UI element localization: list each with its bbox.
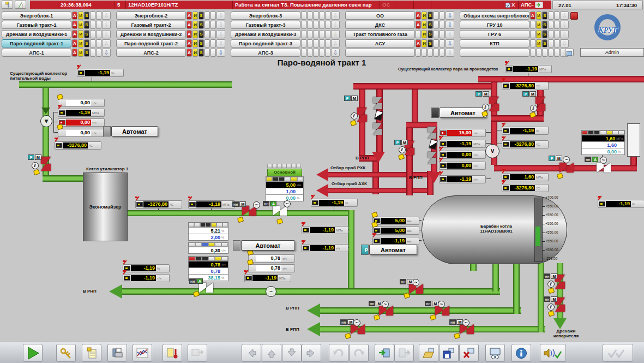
nav-dks[interactable]: ДКС (345, 21, 415, 29)
nav-drop-button[interactable]: ⇩ (560, 30, 569, 38)
info-button[interactable] (511, 344, 531, 362)
nav-ktp[interactable]: КТП (460, 39, 529, 47)
delete-button[interactable] (459, 344, 479, 362)
nav-drop-button[interactable]: ⇩ (102, 39, 111, 47)
meas-drum-level[interactable]: -1,19мм (372, 237, 419, 245)
meas-pressure[interactable]: -1,19МПа (439, 140, 486, 148)
meas-temperature[interactable]: -3276,80°С (502, 82, 549, 90)
alarm-aps-cell[interactable]: АПС- (519, 1, 548, 9)
valve-feedwater[interactable] (41, 157, 51, 171)
run-button[interactable] (23, 344, 43, 362)
nav-drop-button[interactable]: ⇩ (102, 21, 111, 29)
regulator-mini-button[interactable]: Р (361, 245, 369, 255)
meas-percent[interactable]: -1,19% (598, 200, 644, 208)
auto-mode-button[interactable]: Автомат (111, 126, 158, 136)
undo-button[interactable] (329, 344, 348, 362)
nav-energoblok-1[interactable]: Энергоблок-1 (2, 11, 71, 20)
nav-drop-button[interactable]: ⇩ (331, 21, 340, 29)
open-button[interactable] (419, 344, 438, 362)
meas-pressure[interactable]: -1,19МПа (244, 274, 291, 282)
auto-mode-button[interactable]: Автомат (369, 245, 417, 255)
nav-overview[interactable]: Общая схема энергоблоков (460, 11, 529, 20)
nav-gru-6[interactable]: ГРУ 6 (460, 30, 529, 38)
view-monitor-button[interactable] (485, 344, 505, 362)
gate-valve[interactable] (373, 123, 382, 135)
nav-drains-3[interactable]: Дренажи и воздушники-3 (231, 30, 300, 38)
nav-drop-button[interactable]: ⇩ (560, 21, 569, 29)
nav-drop-button[interactable]: ⇩ (446, 21, 454, 29)
meas-temperature[interactable]: -3276,80°С (502, 184, 549, 192)
mode-mini-button[interactable] (233, 240, 240, 251)
nav-gru-10[interactable]: ГРУ 10 (460, 21, 529, 29)
meas-flow[interactable]: 0,00т/ч (439, 162, 486, 170)
meas-temperature[interactable]: -3276,80°С (55, 141, 101, 150)
meas-setpoint[interactable]: 0,78т/ч (248, 254, 295, 263)
nav-drop-button[interactable]: ⇩ (331, 39, 340, 47)
meas-flow[interactable]: -1,19т/ч (439, 175, 486, 183)
meas-drum-level[interactable]: 5,00мм (372, 217, 419, 225)
nav-drop-button[interactable]: ⇩ (446, 30, 454, 38)
temperature-button[interactable] (162, 344, 182, 362)
nav-drop-button[interactable]: ⇩ (560, 39, 569, 47)
nav-right-button[interactable] (302, 344, 321, 362)
gate-valve[interactable] (428, 152, 436, 164)
nav-drop-button[interactable]: ⇩ (216, 49, 225, 57)
blue-tool-button[interactable] (565, 49, 574, 56)
meas-feed-pressure[interactable]: -1,19% (77, 69, 124, 77)
meas-pressure[interactable]: -1,19МПа (188, 200, 235, 209)
auto-mode-button[interactable]: Автомат (241, 240, 295, 251)
window-icon[interactable] (2, 1, 13, 9)
new-report-button[interactable] (82, 344, 101, 362)
nav-steam-water-tract-3[interactable]: Паро-водяной тракт-3 (231, 39, 300, 47)
nav-drop-button[interactable]: ⇩ (216, 21, 225, 29)
print-report-button[interactable] (107, 344, 127, 362)
nav-drop-button[interactable]: ⇩ (216, 11, 225, 20)
nav-drop-button[interactable]: ⇩ (331, 30, 340, 38)
controller-faceplate[interactable]: 0,78т/ч 0,78 38,15% (188, 256, 228, 281)
meas-pressure[interactable]: -1,19МПа (505, 65, 552, 73)
meas-pressure[interactable]: -1,19МПа (58, 109, 105, 117)
meas-flow[interactable]: 0,00т/ч (58, 129, 105, 137)
nav-asu[interactable]: АСУ (345, 39, 415, 47)
valve-collector-left[interactable] (489, 97, 499, 111)
meas-pressure[interactable]: 1,60МПа (502, 173, 549, 181)
controller-faceplate[interactable]: 0,30т/ч (188, 242, 228, 254)
gate-valve[interactable] (373, 97, 382, 109)
nav-left-button[interactable] (242, 344, 261, 362)
valve-reduction-open[interactable] (597, 163, 611, 172)
mode-mini-button[interactable] (103, 126, 111, 136)
nav-drop-button[interactable]: ⇩ (446, 39, 454, 47)
controller-faceplate[interactable]: 5,21% 2,00% (188, 222, 228, 241)
import-button[interactable] (375, 344, 394, 362)
meas-temperature[interactable]: -3276,80°С (135, 200, 182, 209)
nav-aps-3[interactable]: АПС-3 (231, 49, 300, 57)
nav-steam-water-tract-1[interactable]: Паро-водяной тракт-1 (2, 39, 71, 47)
key-button[interactable] (56, 344, 76, 362)
meas-percent[interactable]: -1,19% (123, 264, 170, 272)
nav-gas-tract-2[interactable]: Газовый тракт-2 (116, 21, 186, 29)
controller-faceplate[interactable]: 1,60МПа 1,60 0,00% (581, 130, 625, 155)
nav-drains-2[interactable]: Дренажи и воздушники-2 (116, 30, 186, 38)
nav-drop-button[interactable]: ⇩ (331, 49, 340, 57)
nav-energoblok-2[interactable]: Энергоблок-2 (116, 11, 186, 20)
nav-aps-2[interactable]: АПС-2 (116, 49, 186, 57)
nav-drop-button[interactable]: ⇩ (446, 49, 454, 57)
nav-aps-1[interactable]: АПС-1 (2, 49, 71, 57)
nav-drop-button[interactable]: ⇩ (216, 30, 225, 38)
nav-drop-button[interactable]: ⇩ (216, 39, 225, 47)
nav-drop-button[interactable]: ⇩ (446, 11, 454, 20)
alarm-ack-cell[interactable]: X (503, 1, 519, 9)
valve-steam-left[interactable] (357, 108, 367, 122)
nav-energoblok-3[interactable]: Энергоблок-3 (231, 11, 300, 20)
valve-reduction[interactable] (559, 163, 574, 172)
nav-gas-tract-3[interactable]: Газовый тракт-3 (231, 21, 300, 29)
meas-flow[interactable]: -1,19т/ч (302, 244, 348, 252)
redo-button[interactable] (349, 344, 369, 362)
meas-temperature[interactable]: -3276,80°С (502, 140, 549, 148)
controller-faceplate[interactable]: 5,00мм 1,00 0,00% (266, 176, 304, 201)
meas-percent[interactable]: -1,19% (311, 199, 358, 207)
meas-drum-level[interactable]: 5,00мм (372, 227, 419, 235)
nav-up-button[interactable] (262, 344, 281, 362)
nav-drop-button[interactable]: ⇩ (102, 30, 111, 38)
meas-flow[interactable]: -1,19т/ч (123, 274, 170, 282)
